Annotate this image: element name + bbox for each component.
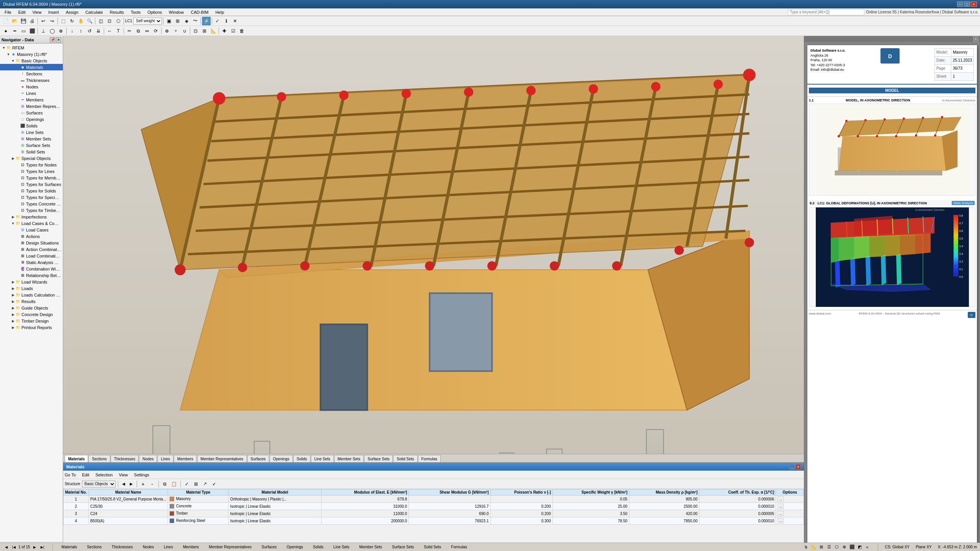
new-button[interactable]: 📄	[2, 17, 10, 25]
nav-concrete-design[interactable]: ▶ 📁 Concrete Design	[0, 311, 63, 318]
print-panel-close[interactable]: ×	[973, 36, 978, 42]
tab-members[interactable]: Members	[174, 455, 197, 462]
zoom-button[interactable]: 🔍	[85, 17, 94, 25]
tab-members-status[interactable]: Members	[181, 544, 201, 551]
nav-member-sets[interactable]: ⊞ Member Sets	[0, 135, 63, 142]
nav-members[interactable]: ━ Members	[0, 96, 63, 103]
hinge-tool[interactable]: ◯	[48, 27, 56, 35]
bottom-del[interactable]: -	[149, 480, 156, 488]
search-input[interactable]	[788, 9, 864, 15]
nav-surfaces[interactable]: ▭ Surfaces	[0, 109, 63, 116]
tab-lines[interactable]: Lines	[157, 455, 173, 462]
nav-design-situations[interactable]: ⊞ Design Situations	[0, 240, 63, 246]
save-button[interactable]: 💾	[19, 17, 28, 25]
view-top[interactable]: ⊡	[105, 17, 114, 25]
deform-btn[interactable]: 〜	[191, 17, 199, 25]
redo-button[interactable]: ↪	[48, 17, 56, 25]
bottom-menu-goto[interactable]: Go To	[65, 473, 76, 477]
nav-openings[interactable]: □ Openings	[0, 116, 63, 122]
nav-nodes[interactable]: ● Nodes	[0, 83, 63, 90]
nav-masonry-model[interactable]: ▼ ■ Masonry (1).rf6*	[0, 51, 63, 57]
node-tool[interactable]: ●	[2, 27, 10, 35]
text-tool[interactable]: T	[114, 27, 122, 35]
nav-types-special[interactable]: ⊡ Types for Special Objects	[0, 194, 63, 201]
close-button[interactable]: ×	[971, 2, 977, 7]
rotate3d-tool[interactable]: ⟳	[152, 27, 160, 35]
menu-help[interactable]: Help	[212, 9, 227, 15]
tab-member-reps[interactable]: Member Representatives	[197, 455, 247, 462]
calc-btn[interactable]: ⚡	[202, 17, 211, 25]
nav-types-members[interactable]: ⊡ Types for Members	[0, 174, 63, 181]
menu-tools[interactable]: Tools	[127, 9, 144, 15]
dimension-tool[interactable]: ↔	[105, 27, 114, 35]
nav-line-sets[interactable]: ⊞ Line Sets	[0, 129, 63, 135]
bottom-export[interactable]: ↗	[201, 480, 209, 488]
tab-solid-sets-status[interactable]: Solid Sets	[422, 544, 443, 551]
menu-assign[interactable]: Assign	[63, 9, 82, 15]
bottom-menu-selection[interactable]: Selection	[95, 473, 113, 477]
join-tool[interactable]: ∪	[180, 27, 189, 35]
nav-results[interactable]: ▶ 📁 Results	[0, 298, 63, 305]
check-btn[interactable]: ✓	[213, 17, 222, 25]
tab-surface-sets[interactable]: Surface Sets	[364, 455, 393, 462]
bottom-add[interactable]: +	[139, 480, 147, 488]
copy-tool[interactable]: ⧉	[134, 27, 142, 35]
nav-thicknesses[interactable]: ▬ Thicknesses	[0, 77, 63, 83]
moment-tool[interactable]: ↺	[85, 27, 94, 35]
statusbar-icon6[interactable]: ⊕	[841, 544, 848, 551]
nav-types-nodes[interactable]: ⊡ Types for Nodes	[0, 161, 63, 168]
select-button[interactable]: ⬚	[59, 17, 67, 25]
bottom-filter[interactable]: ⊞	[192, 480, 200, 488]
nav-lines[interactable]: ━ Lines	[0, 90, 63, 96]
statusbar-icon3[interactable]: ⊞	[818, 544, 825, 551]
nav-types-concrete[interactable]: ⊡ Types Concrete Design	[0, 201, 63, 207]
nav-loads[interactable]: ▶ 📁 Loads	[0, 285, 63, 292]
tab-openings[interactable]: Openings	[270, 455, 293, 462]
bottom-copy[interactable]: ⧉	[161, 480, 169, 488]
nav-solids[interactable]: ⬛ Solids	[0, 122, 63, 129]
mirror-tool[interactable]: ⇔	[143, 27, 151, 35]
page-next[interactable]: ▶	[32, 544, 38, 550]
nav-load-wizards[interactable]: ▶ 📁 Load Wizards	[0, 279, 63, 285]
menu-view[interactable]: View	[29, 9, 45, 15]
nav-comb-wizards[interactable]: 🔮 Combination Wizards	[0, 266, 63, 272]
tab-openings-status[interactable]: Openings	[285, 544, 305, 551]
grid-tool[interactable]: ⊞	[200, 27, 209, 35]
options-btn[interactable]: ...	[777, 511, 784, 516]
nav-static-settings[interactable]: ⚙ Static Analysis Settings	[0, 259, 63, 266]
tab-member-sets-status[interactable]: Member Sets	[358, 544, 384, 551]
pan-button[interactable]: ✋	[77, 17, 85, 25]
nav-guide-objects[interactable]: ▶ 📁 Guide Objects	[0, 305, 63, 311]
tab-sections-status[interactable]: Sections	[85, 544, 103, 551]
bottom-import[interactable]: ↙	[211, 480, 218, 488]
undo-button[interactable]: ↩	[39, 17, 47, 25]
nav-types-lines[interactable]: ⊡ Types for Lines	[0, 168, 63, 174]
menu-calculate[interactable]: Calculate	[82, 9, 106, 15]
bottom-menu-edit[interactable]: Edit	[82, 473, 89, 477]
rotate-button[interactable]: ↻	[68, 17, 76, 25]
tab-line-sets-status[interactable]: Line Sets	[332, 544, 351, 551]
mesh-btn[interactable]: ⊞	[173, 17, 182, 25]
menu-cad-bim[interactable]: CAD-BIM	[188, 9, 211, 15]
cross-tool[interactable]: ✚	[220, 27, 229, 35]
bottom-menu-view[interactable]: View	[119, 473, 128, 477]
tab-nodes[interactable]: Nodes	[139, 455, 157, 462]
bottom-panel-minimize[interactable]: _	[789, 464, 795, 469]
nav-solid-sets[interactable]: ⊞ Solid Sets	[0, 148, 63, 155]
bottom-next[interactable]: ▶	[128, 481, 134, 487]
solid-tool[interactable]: ⬛	[28, 27, 36, 35]
support-tool[interactable]: ⊥	[39, 27, 47, 35]
tab-sections[interactable]: Sections	[88, 455, 110, 462]
nav-timber-design[interactable]: ▶ 📁 Timber Design	[0, 318, 63, 324]
snap-tool[interactable]: ⊡	[191, 27, 200, 35]
table-row[interactable]: 4 B500(A) Reinforcing Steel Isotropic | …	[64, 517, 804, 525]
bottom-menu-settings[interactable]: Settings	[134, 473, 149, 477]
pressure-tool[interactable]: ⇊	[94, 27, 103, 35]
nav-close[interactable]: ×	[56, 37, 61, 42]
results-btn[interactable]: ◈	[182, 17, 191, 25]
page-first[interactable]: |◀	[11, 544, 17, 550]
bottom-prev[interactable]: ◀	[121, 481, 127, 487]
load-tool[interactable]: ↓	[68, 27, 76, 35]
tab-member-sets[interactable]: Member Sets	[334, 455, 364, 462]
force-tool[interactable]: ↕	[77, 27, 85, 35]
